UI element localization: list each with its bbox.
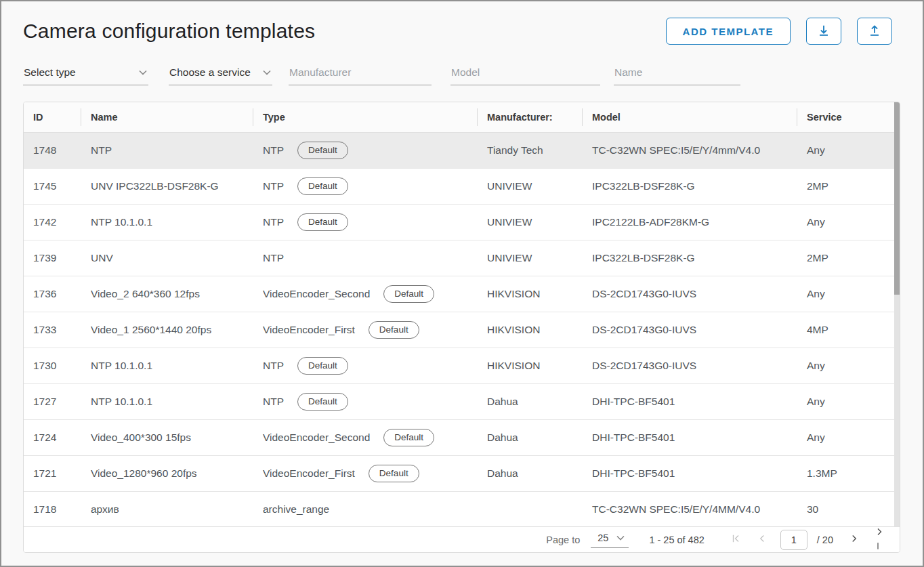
cell-type: VideoEncoder_First Default [253,456,478,491]
table-row[interactable]: 1733 Video_1 2560*1440 20fps VideoEncode… [24,312,900,348]
cell-name: Video_400*300 15fps [81,420,253,455]
page-title: Camera configuration templates [23,20,315,43]
add-template-button[interactable]: ADD TEMPLATE [666,18,791,45]
table-row[interactable]: 1745 UNV IPC322LB-DSF28K-G NTP Default U… [24,169,900,205]
upload-icon [867,23,882,40]
type-label: NTP [263,396,284,408]
cell-model: DHI-TPC-BF5401 [583,420,797,455]
cell-id: 1745 [24,169,81,204]
cell-id: 1739 [24,240,81,276]
cell-manufacturer: UNIVIEW [478,169,583,204]
model-filter-input[interactable] [451,66,599,79]
table-body: 1748 NTP NTP Default Tiandy Tech TC-C32W… [24,133,900,528]
scrollbar-thumb[interactable] [894,102,900,295]
top-actions: ADD TEMPLATE [666,18,892,45]
cell-id: 1724 [24,420,81,455]
manufacturer-filter-input[interactable] [289,66,430,79]
type-label: VideoEncoder_First [263,324,355,336]
table-row[interactable]: 1748 NTP NTP Default Tiandy Tech TC-C32W… [24,133,900,169]
table-row[interactable]: 1736 Video_2 640*360 12fps VideoEncoder_… [24,276,900,312]
table-row[interactable]: 1721 Video_1280*960 20fps VideoEncoder_F… [24,456,900,492]
pagination-nav: / 20 [726,530,890,550]
default-badge: Default [297,142,348,159]
page-size-select[interactable]: 25 [591,531,629,548]
column-header-service: Service [797,102,900,132]
next-page-button[interactable] [844,530,864,550]
column-header-type: Type [253,102,478,132]
cell-service: Any [797,420,900,455]
chevron-right-icon [848,532,860,547]
cell-name: Video_1280*960 20fps [81,456,253,491]
table-row[interactable]: 1727 NTP 10.1.0.1 NTP Default Dahua DHI-… [24,384,900,420]
default-badge: Default [369,321,419,339]
page-size-label: Page to [546,534,580,545]
cell-name: архив [81,492,253,527]
last-page-button[interactable] [870,530,890,550]
download-icon [816,23,831,40]
cell-manufacturer: HIKVISION [478,276,583,312]
cell-service: 2MP [797,169,900,204]
type-label: NTP [263,180,284,192]
cell-type: NTP Default [253,348,478,383]
cell-id: 1718 [24,492,81,527]
cell-name: UNV [81,240,253,276]
cell-model: DS-2CD1743G0-IUVS [583,276,797,312]
cell-name: NTP 10.1.0.1 [81,348,253,383]
cell-service: 2MP [797,240,900,276]
type-label: NTP [263,252,284,264]
default-badge: Default [297,177,348,195]
cell-name: NTP 10.1.0.1 [81,205,253,240]
cell-manufacturer [478,492,583,527]
pagination-range: 1 - 25 of 482 [649,534,704,545]
cell-name: Video_2 640*360 12fps [81,276,253,312]
cell-service: 30 [797,492,900,527]
table-row[interactable]: 1718 архив archive_range TC-C32WN SPEC:I… [24,492,900,528]
chevron-down-icon [616,535,625,541]
type-select[interactable]: Select type [23,64,148,85]
last-page-icon [873,526,887,553]
cell-service: Any [797,348,900,383]
cell-model: TC-C32WN SPEC:I5/E/Y/4MM/V4.0 [583,492,797,527]
default-badge: Default [297,393,348,411]
cell-type: NTP Default [253,205,478,240]
cell-type: VideoEncoder_Second Default [253,420,478,455]
cell-model: TC-C32WN SPEC:I5/E/Y/4mm/V4.0 [583,133,797,168]
cell-name: Video_1 2560*1440 20fps [81,312,253,348]
service-select[interactable]: Choose a service [169,64,272,85]
table-row[interactable]: 1742 NTP 10.1.0.1 NTP Default UNIVIEW IP… [24,205,900,240]
cell-service: 1.3MP [797,456,900,491]
column-header-model: Model [583,102,797,132]
table-row[interactable]: 1730 NTP 10.1.0.1 NTP Default HIKVISION … [24,348,900,384]
cell-service: Any [797,133,900,168]
type-label: VideoEncoder_Second [263,288,370,300]
cell-type: archive_range [253,492,478,527]
cell-manufacturer: Dahua [478,456,583,491]
chevron-down-icon [263,70,271,75]
column-header-name: Name [81,102,253,132]
column-header-id: ID [24,102,81,132]
name-filter-input[interactable] [614,66,739,79]
type-label: NTP [263,144,284,156]
cell-model: IPC2122LB-ADF28KM-G [583,205,797,240]
table-row[interactable]: 1739 UNV NTP UNIVIEW IPC322LB-DSF28K-G 2… [24,240,900,276]
cell-service: Any [797,276,900,312]
upload-button[interactable] [857,18,892,45]
current-page-input[interactable] [780,530,807,550]
cell-type: NTP Default [253,169,478,204]
first-page-button[interactable] [726,530,747,550]
table-scrollbar[interactable] [894,102,900,528]
previous-page-button[interactable] [752,530,772,550]
table-row[interactable]: 1724 Video_400*300 15fps VideoEncoder_Se… [24,420,900,456]
type-label: NTP [263,360,284,372]
model-filter-field [450,64,600,85]
first-page-icon [730,532,742,547]
download-button[interactable] [806,18,841,45]
default-badge: Default [297,213,348,231]
cell-manufacturer: Tiandy Tech [478,133,583,168]
table-footer: Page to 25 1 - 25 of 482 / 20 [24,526,900,552]
name-filter-field [614,64,740,85]
cell-id: 1736 [24,276,81,312]
column-header-manufacturer: Manufacturer: [478,102,583,132]
cell-manufacturer: UNIVIEW [478,240,583,276]
cell-model: DS-2CD1743G0-IUVS [583,348,797,383]
